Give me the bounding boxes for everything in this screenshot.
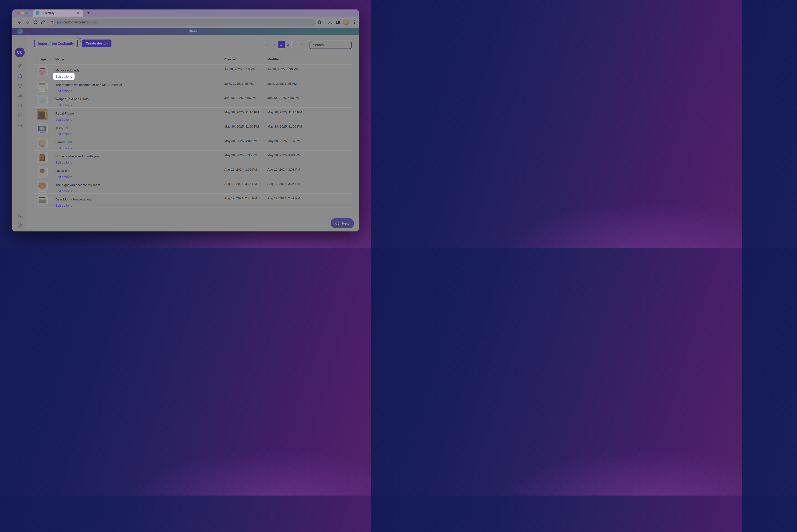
column-header-created: Created: [224, 57, 236, 61]
window-minimize-button[interactable]: [21, 12, 24, 15]
product-shirt-icon: [17, 83, 23, 89]
edit-options-link[interactable]: Edit options: [55, 204, 72, 207]
search-input[interactable]: [309, 41, 352, 49]
account-gear-icon: [17, 213, 23, 218]
sidebar-item-account[interactable]: [17, 213, 23, 218]
edit-options-link[interactable]: Edit options: [55, 103, 72, 107]
design-name: Family Love: [55, 140, 73, 144]
design-thumbnail: [37, 167, 48, 177]
table-row[interactable]: Warped Text and Photo Edit options Jun 1…: [34, 93, 352, 108]
pagination-page-1[interactable]: 1: [278, 41, 285, 48]
design-name: The night you became my mom: [55, 183, 100, 187]
sidebar-item-help[interactable]: [17, 222, 23, 228]
table-row[interactable]: Loved one Edit options Aug 12, 2024, 3:0…: [34, 165, 352, 179]
store-topbar: C Store: [12, 28, 359, 35]
edit-options-wrap[interactable]: Edit options: [55, 175, 72, 179]
table-row[interactable]: Regal Frame Edit options May 30, 2025, 1…: [34, 108, 352, 122]
table-row[interactable]: Dear Mom - Image upload Edit options Aug…: [34, 194, 352, 208]
edit-options-link[interactable]: Edit options: [55, 118, 72, 121]
browser-tab[interactable]: C Customily ✕: [33, 10, 83, 17]
design-name: In the TV: [55, 126, 69, 130]
browser-toolbar: app.customily.com/designs: [12, 17, 359, 28]
app-body: CU: [12, 35, 359, 231]
design-table-rows: My love (cloned) Edit options Jul 10, 20…: [34, 64, 352, 208]
table-row[interactable]: The night you became my mom Edit options…: [34, 179, 352, 194]
column-header-image: Image: [37, 57, 46, 61]
reload-icon[interactable]: [33, 20, 38, 25]
help-button[interactable]: Help: [330, 218, 354, 228]
created-date: Aug 12, 2024, 2:45 PM: [224, 196, 257, 200]
customily-favicon: C: [36, 11, 39, 15]
design-thumbnail: [37, 152, 48, 163]
edit-options-wrap[interactable]: Edit options: [55, 146, 72, 150]
column-header-modified: Modified: [267, 57, 281, 61]
edit-options-link[interactable]: Edit options: [55, 132, 72, 136]
design-thumbnail: [37, 181, 48, 192]
design-thumbnail: [37, 109, 48, 120]
window-zoom-button[interactable]: [25, 12, 29, 15]
design-thumbnail: [37, 124, 48, 134]
sidebar-item-templates[interactable]: [17, 102, 23, 108]
table-row[interactable]: In the TV Edit options May 30, 2025, 11:…: [34, 122, 352, 136]
import-from-customily-button[interactable]: Import from Customily: [34, 40, 78, 48]
back-icon[interactable]: [17, 20, 22, 25]
account-avatar[interactable]: CU: [15, 48, 25, 57]
sidebar-item-store[interactable]: [17, 112, 23, 118]
sidebar-item-mockups[interactable]: [17, 93, 23, 98]
pagination-next[interactable]: ›: [291, 41, 298, 48]
mockup-monitor-icon: [17, 93, 23, 98]
design-name: Loved one: [55, 169, 70, 172]
side-panel-icon[interactable]: [335, 20, 341, 25]
window-close-button[interactable]: [17, 12, 19, 15]
sidebar-item-designs[interactable]: [17, 73, 23, 79]
edit-options-wrap[interactable]: Edit options: [55, 103, 72, 107]
edit-options-wrap[interactable]: Edit options: [55, 117, 72, 122]
created-date: May 30, 2025, 4:02 PM: [224, 139, 258, 143]
profile-avatar[interactable]: [343, 19, 349, 25]
created-date: Jul 10, 2025, 3:18 PM: [224, 68, 255, 71]
pagination-page-2[interactable]: 2: [285, 41, 291, 48]
edit-options-link[interactable]: Edit options: [55, 75, 72, 78]
forward-icon[interactable]: [25, 20, 30, 25]
design-thumbnail: [37, 81, 48, 92]
modified-date: Aug 12, 2024, 3:05 PM: [267, 182, 300, 186]
table-row[interactable]: My love (cloned) Edit options Jul 10, 20…: [34, 64, 352, 79]
edit-options-wrap[interactable]: Edit options: [55, 189, 72, 193]
pagination-prev[interactable]: ‹: [271, 41, 278, 48]
home-icon[interactable]: [41, 20, 46, 25]
address-bar[interactable]: app.customily.com/designs: [47, 19, 316, 26]
design-thumbnail: [37, 195, 48, 206]
edit-options-link[interactable]: Edit options: [55, 161, 72, 164]
tab-close-icon[interactable]: ✕: [76, 11, 80, 15]
design-name: The moment we became Mr and Ms - Calenda…: [55, 83, 122, 87]
sidebar-item-orders[interactable]: [17, 122, 23, 128]
edit-options-link[interactable]: Edit options: [55, 147, 72, 150]
edit-options-link[interactable]: Edit options: [55, 175, 72, 179]
new-tab-button[interactable]: +: [86, 10, 91, 16]
edit-options-wrap[interactable]: Edit options: [55, 160, 72, 165]
modified-date: Aug 12, 2024, 3:08 PM: [267, 168, 300, 171]
modified-date: Jul 9, 2025, 8:45 PM: [267, 82, 297, 86]
help-question-icon: [17, 222, 23, 228]
pagination-first[interactable]: «: [264, 41, 271, 48]
download-icon[interactable]: [327, 20, 333, 25]
pagination-last[interactable]: »: [298, 41, 305, 48]
edit-options-link[interactable]: Edit options: [55, 89, 72, 93]
designs-file-icon: [17, 73, 23, 79]
table-row[interactable]: The moment we became Mr and Ms - Calenda…: [34, 79, 352, 94]
edit-options-wrap[interactable]: Edit options: [55, 132, 72, 136]
sidebar: CU: [12, 35, 27, 231]
sidebar-item-rocket[interactable]: [17, 63, 23, 69]
site-settings-icon[interactable]: [48, 19, 54, 25]
sidebar-item-products[interactable]: [17, 83, 23, 89]
edit-options-link[interactable]: Edit options: [55, 189, 72, 193]
edit-options-wrap[interactable]: Edit options: [55, 203, 72, 208]
design-name: Dear Mom - Image upload: [55, 197, 93, 201]
created-date: May 30, 2025, 3:35 PM: [224, 153, 258, 157]
menu-dots-icon[interactable]: [352, 20, 357, 25]
bookmark-star-icon[interactable]: [317, 20, 322, 25]
edit-options-wrap[interactable]: Edit options: [55, 89, 72, 93]
table-row[interactable]: Home is wherever I'm with you Edit optio…: [34, 151, 352, 165]
table-row[interactable]: Family Love Edit options May 30, 2025, 4…: [34, 136, 352, 151]
create-design-button[interactable]: Create design: [82, 39, 111, 47]
